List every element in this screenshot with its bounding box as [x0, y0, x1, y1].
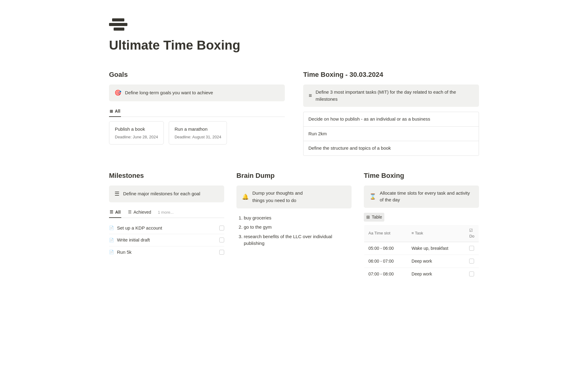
milestone-left-0: 📄 Set up a KDP account	[109, 225, 162, 232]
td-time-0: 05:00 - 06:00	[364, 242, 407, 255]
milestone-list: 📄 Set up a KDP account 📄 Write initial d…	[109, 222, 224, 258]
brain-dump-list: buy groceries go to the gym research ben…	[236, 213, 352, 248]
mit-list: Decide on how to publish - as an individ…	[303, 112, 479, 156]
brain-dump-item-2: research benefits of the LLC over indivi…	[244, 232, 352, 248]
time-boxing-hint-icon: ≡	[309, 92, 312, 100]
milestones-tab-all-label: All	[115, 209, 121, 215]
milestones-tab-all[interactable]: ☰ All	[109, 207, 121, 218]
milestones-hint-icon: ☰	[115, 190, 119, 198]
time-boxing-table-hint-icon: ⌛	[369, 193, 376, 201]
mit-item-0: Decide on how to publish - as an individ…	[303, 112, 479, 127]
milestones-section-title: Milestones	[109, 170, 224, 181]
th-time-slot-icon: Aa	[368, 231, 374, 235]
td-done-0	[465, 242, 479, 255]
page-icon	[109, 18, 479, 31]
table-section: ⊞ Table Aa Time slot ≡ T	[364, 213, 479, 281]
milestones-section: Milestones ☰ Define major milestones for…	[109, 170, 224, 281]
mit-item-2: Define the structure and topics of a boo…	[303, 141, 479, 155]
milestones-tab-all-icon: ☰	[110, 209, 113, 215]
td-time-2: 07:00 - 08:00	[364, 268, 407, 280]
td-task-2: Deep work	[407, 268, 465, 280]
brain-dump-hint-text-2: things you need to do	[252, 197, 303, 204]
time-boxing-hint-box: ≡ Define 3 most important tasks (MIT) fo…	[303, 84, 479, 107]
goal-deadline-0: Deadline: June 28, 2024	[115, 134, 158, 140]
td-task-1: Deep work	[407, 255, 465, 268]
milestones-more-tag[interactable]: 1 more...	[158, 209, 173, 215]
icon-bar-2	[109, 23, 127, 26]
milestones-tabs-row: ☰ All ☰ Achieved 1 more...	[109, 207, 224, 218]
th-done-icon: ☑	[469, 228, 473, 233]
bottom-three-col: Milestones ☰ Define major milestones for…	[109, 170, 479, 281]
goals-hint-box: 🎯 Define long-term goals you want to ach…	[109, 84, 285, 101]
goal-name-1: Run a marathon	[175, 126, 221, 133]
milestone-checkbox-0[interactable]	[219, 226, 224, 230]
goal-name-0: Publish a book	[115, 126, 158, 133]
row-checkbox-0[interactable]	[469, 246, 474, 251]
milestone-item-2: 📄 Run 5k	[109, 246, 224, 258]
brain-dump-title: Brain Dump	[236, 170, 352, 181]
goals-section-title: Goals	[109, 69, 285, 80]
th-time-slot: Aa Time slot	[364, 225, 407, 242]
brain-dump-section: Brain Dump 🔔 Dump your thoughts and thin…	[236, 170, 352, 281]
milestones-tab-achieved-icon: ☰	[128, 209, 132, 215]
milestones-tab-achieved[interactable]: ☰ Achieved	[127, 207, 152, 218]
goals-tab-all-label: All	[115, 108, 120, 114]
time-boxing-table-hint-box: ⌛ Allocate time slots for every task and…	[364, 185, 479, 208]
milestone-checkbox-1[interactable]	[219, 238, 224, 242]
goals-tab-all[interactable]: ⊞ All	[109, 106, 121, 117]
time-boxing-header-section: Time Boxing - 30.03.2024 ≡ Define 3 most…	[303, 69, 479, 156]
time-boxing-table: Aa Time slot ≡ Task ☑ Do	[364, 225, 479, 281]
page-title: Ultimate Time Boxing	[109, 36, 479, 55]
brain-dump-item-0: buy groceries	[244, 213, 352, 223]
table-tab[interactable]: ⊞ Table	[364, 213, 384, 222]
milestone-label-1: Write initial draft	[117, 237, 150, 244]
goals-cards: Publish a book Deadline: June 28, 2024 R…	[109, 121, 285, 144]
table-row-1: 06:00 - 07:00 Deep work	[364, 255, 479, 268]
milestone-item-1: 📄 Write initial draft	[109, 234, 224, 246]
goal-card-0[interactable]: Publish a book Deadline: June 28, 2024	[109, 121, 164, 144]
milestone-doc-icon-1: 📄	[109, 237, 114, 243]
time-boxing-hint-text: Define 3 most important tasks (MIT) for …	[316, 89, 473, 103]
goals-section: Goals 🎯 Define long-term goals you want …	[109, 69, 285, 156]
brain-dump-item-1: go to the gym	[244, 223, 352, 232]
milestone-label-0: Set up a KDP account	[117, 225, 162, 232]
page-icon-bars	[109, 18, 479, 31]
goals-tabs-row: ⊞ All	[109, 106, 285, 117]
milestone-doc-icon-0: 📄	[109, 225, 114, 231]
goal-card-1[interactable]: Run a marathon Deadline: August 31, 2024	[169, 121, 227, 144]
milestone-left-1: 📄 Write initial draft	[109, 237, 150, 244]
th-done: ☑ Do	[465, 225, 479, 242]
table-icon: ⊞	[366, 214, 370, 220]
td-done-2	[465, 268, 479, 280]
table-row-2: 07:00 - 08:00 Deep work	[364, 268, 479, 280]
page-container: Ultimate Time Boxing Goals 🎯 Define long…	[80, 0, 508, 299]
brain-dump-hint-box: 🔔 Dump your thoughts and things you need…	[236, 185, 352, 208]
milestone-checkbox-2[interactable]	[219, 250, 224, 255]
icon-bar-3	[114, 28, 124, 31]
time-boxing-header-title: Time Boxing - 30.03.2024	[303, 69, 479, 80]
milestones-hint-text: Define major milestones for each goal	[123, 190, 200, 197]
mit-item-1: Run 2km	[303, 127, 479, 141]
th-task: ≡ Task	[407, 225, 465, 242]
top-two-col: Goals 🎯 Define long-term goals you want …	[109, 69, 479, 156]
goal-deadline-1: Deadline: August 31, 2024	[175, 134, 221, 140]
table-tab-label: Table	[372, 214, 382, 220]
milestone-left-2: 📄 Run 5k	[109, 249, 132, 256]
th-task-icon: ≡	[412, 231, 415, 235]
td-time-1: 06:00 - 07:00	[364, 255, 407, 268]
time-boxing-table-hint-text: Allocate time slots for every task and a…	[380, 190, 473, 204]
milestones-hint-box: ☰ Define major milestones for each goal	[109, 185, 224, 202]
goals-hint-icon: 🎯	[115, 89, 121, 97]
table-tab-row: ⊞ Table	[364, 213, 479, 222]
icon-bar-1	[112, 18, 124, 21]
milestone-doc-icon-2: 📄	[109, 249, 114, 255]
milestone-item-0: 📄 Set up a KDP account	[109, 222, 224, 234]
goals-tab-all-icon: ⊞	[110, 108, 113, 114]
row-checkbox-2[interactable]	[469, 272, 474, 276]
td-done-1	[465, 255, 479, 268]
brain-dump-hint-icon: 🔔	[242, 193, 249, 201]
time-boxing-table-title: Time Boxing	[364, 170, 479, 181]
brain-dump-hint-text-1: Dump your thoughts and	[252, 190, 303, 197]
row-checkbox-1[interactable]	[469, 259, 474, 264]
td-task-0: Wake up, breakfast	[407, 242, 465, 255]
